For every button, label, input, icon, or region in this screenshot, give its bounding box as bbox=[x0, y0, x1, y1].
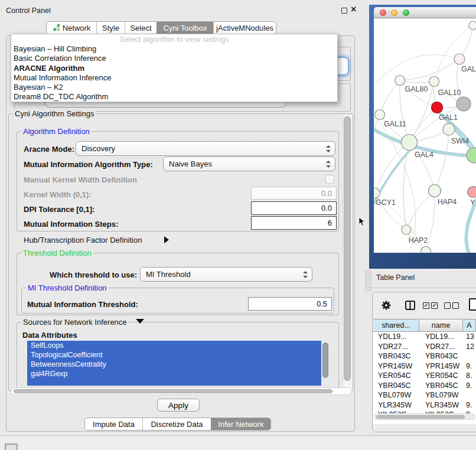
bottom-tab-impute-data[interactable]: Impute Data bbox=[85, 418, 142, 430]
algorithm-option-mutual-information-inference[interactable]: Mutual Information Inference bbox=[11, 73, 337, 83]
tab-cyni-toolbox[interactable]: Cyni Toolbox bbox=[157, 22, 213, 34]
aracne-mode-value: Discovery bbox=[81, 144, 115, 153]
algorithm-option-dream8-dc-tdc-algorithm[interactable]: Dream8 DC_TDC Algorithm bbox=[11, 92, 337, 102]
table-hscrollbar-thumb[interactable] bbox=[376, 415, 465, 419]
network-node[interactable] bbox=[467, 148, 476, 163]
split-columns-icon[interactable] bbox=[405, 301, 415, 310]
dpi-tolerance-field[interactable]: 0.0 bbox=[251, 201, 337, 215]
network-node[interactable] bbox=[421, 247, 431, 253]
table-cell: YBR043C bbox=[419, 351, 463, 361]
tab-network[interactable]: Network bbox=[47, 22, 96, 34]
algorithm-option-bayesian-hill-climbing[interactable]: Bayesian – Hill Climbing bbox=[11, 44, 337, 54]
mi-type-value: Naive Bayes bbox=[169, 159, 212, 168]
network-node-gal4[interactable] bbox=[402, 135, 418, 151]
table-panel-title: Table Panel bbox=[376, 273, 415, 282]
deselect-all-checkbox-icon[interactable] bbox=[452, 302, 459, 309]
algorithm-option-basic-correlation-inference[interactable]: Basic Correlation Inference bbox=[11, 54, 337, 63]
settings-scrollbar-thumb[interactable] bbox=[344, 116, 351, 381]
network-node-y[interactable] bbox=[468, 187, 476, 198]
screen: Control Panel × NetworkStyleSelectCyni T… bbox=[0, 0, 476, 450]
mi-type-combobox[interactable]: Naive Bayes bbox=[163, 156, 335, 171]
algorithm-dropdown-popup: Select algorithm to view settings Bayesi… bbox=[11, 34, 338, 102]
column-header-name[interactable]: name bbox=[419, 319, 463, 331]
network-edge bbox=[406, 191, 435, 230]
minimize-traffic-light[interactable] bbox=[391, 9, 397, 16]
mi-steps-field[interactable]: 6 bbox=[251, 216, 337, 230]
table-row[interactable]: YBR043CYBR043C bbox=[373, 351, 476, 361]
apply-button[interactable]: Apply bbox=[157, 399, 200, 412]
node-label-hap4: HAP4 bbox=[438, 198, 457, 206]
network-node-swi4[interactable] bbox=[443, 123, 455, 135]
column-header-a[interactable]: A bbox=[463, 319, 476, 331]
network-node-hap2[interactable] bbox=[402, 225, 411, 234]
table-row[interactable]: YBL079WYBL079W bbox=[373, 390, 476, 400]
network-edge bbox=[380, 80, 400, 115]
select-all-checkbox-icon[interactable]: ✓ bbox=[423, 302, 429, 309]
tab-select[interactable]: Select bbox=[125, 22, 157, 34]
bottom-tab-discretize-data[interactable]: Discretize Data bbox=[142, 418, 211, 430]
network-edge bbox=[374, 115, 380, 193]
tab-jactivemnodules[interactable]: jActiveMNodules bbox=[213, 22, 276, 34]
kernel-width-label: Kernel Width (0,1): bbox=[24, 190, 92, 199]
close-window-icon[interactable]: × bbox=[351, 4, 356, 15]
aracne-mode-combobox[interactable]: Discovery bbox=[76, 141, 335, 156]
network-node-gcy1[interactable] bbox=[374, 188, 380, 198]
algorithm-option-bayesian-k2[interactable]: Bayesian – K2 bbox=[11, 83, 337, 92]
tab-label: Cyni Toolbox bbox=[163, 24, 207, 32]
attribute-item-selfloops[interactable]: SelfLoops bbox=[27, 341, 321, 350]
network-node-gal1[interactable] bbox=[432, 102, 443, 113]
table-cell: YLR345W bbox=[419, 400, 463, 410]
table-row[interactable]: YER054CYER054C8. bbox=[373, 371, 476, 381]
close-traffic-light[interactable] bbox=[380, 9, 386, 16]
table-cell: 9. bbox=[463, 381, 476, 391]
settings-hscrollbar-track[interactable] bbox=[11, 387, 352, 395]
which-threshold-combobox[interactable]: MI Threshold bbox=[140, 267, 312, 282]
which-threshold-label: Which threshold to use: bbox=[50, 270, 137, 279]
manual-kernel-checkbox[interactable] bbox=[325, 175, 334, 184]
algorithm-option-aracne-algorithm[interactable]: ARACNE Algorithm bbox=[11, 64, 337, 73]
attribute-item-gal4rgexp[interactable]: gal4RGexp bbox=[27, 369, 321, 379]
network-node[interactable] bbox=[457, 97, 471, 111]
table-row[interactable]: YDL19...YDL19...13 bbox=[373, 332, 476, 342]
kernel-width-field[interactable]: 0.0 bbox=[251, 187, 337, 200]
algorithm-placeholder: Select algorithm to view settings bbox=[11, 34, 337, 44]
select-all-checkbox-icon[interactable]: ✓ bbox=[431, 302, 438, 309]
node-label-gal: GAL bbox=[461, 65, 476, 73]
collapsed-panel-button[interactable] bbox=[5, 444, 18, 450]
tab-style[interactable]: Style bbox=[96, 22, 125, 34]
table-cell: YDR27... bbox=[419, 342, 463, 352]
network-node-gal10[interactable] bbox=[429, 77, 439, 87]
table-row[interactable]: YLR345WYLR345W9. bbox=[373, 400, 476, 410]
table-hscrollbar-track[interactable] bbox=[374, 413, 475, 420]
network-edge bbox=[435, 129, 449, 191]
zoom-traffic-light[interactable] bbox=[403, 9, 409, 16]
file-icon[interactable] bbox=[469, 298, 476, 311]
table-row[interactable]: YBR045CYBR045C9. bbox=[373, 381, 476, 391]
attribute-item-betweennesscentrality[interactable]: BetweennessCentrality bbox=[27, 360, 321, 369]
algorithm-definition-title: Algorithm Definition bbox=[21, 127, 92, 136]
table-cell: 9. bbox=[463, 361, 476, 371]
deselect-all-checkbox-icon[interactable] bbox=[444, 302, 451, 309]
expand-right-icon[interactable] bbox=[164, 236, 169, 243]
manual-kernel-label: Manual Kernel Width Definition bbox=[24, 175, 137, 184]
table-row[interactable]: YDR27...YDR27...12 bbox=[373, 342, 476, 352]
network-window-titlebar[interactable] bbox=[374, 7, 476, 18]
bottom-tab-infer-network[interactable]: Infer Network bbox=[211, 418, 270, 430]
network-node-gal80[interactable] bbox=[395, 76, 405, 86]
table-cell: YBR045C bbox=[419, 381, 463, 391]
attribute-item-topologicalcoefficient[interactable]: TopologicalCoefficient bbox=[27, 350, 321, 360]
settings-hscrollbar-thumb[interactable] bbox=[14, 389, 332, 393]
gear-icon[interactable] bbox=[381, 300, 392, 311]
column-header-shared-[interactable]: shared... bbox=[373, 319, 419, 331]
table-row[interactable]: YPR145WYPR145W9. bbox=[373, 361, 476, 371]
float-window-icon[interactable] bbox=[341, 8, 347, 14]
hub-definition-label[interactable]: Hub/Transcription Factor Definition bbox=[24, 236, 142, 244]
network-node-gal11[interactable] bbox=[375, 110, 385, 120]
mi-threshold-field[interactable]: 0.5 bbox=[248, 297, 332, 311]
network-node[interactable] bbox=[469, 21, 476, 30]
collapse-down-icon[interactable] bbox=[136, 319, 144, 324]
network-view-canvas[interactable]: GALGAL80GAL10GAL1GAL11GAL4SWI4GCY1HAP4YH… bbox=[374, 18, 476, 253]
network-node-hap4[interactable] bbox=[429, 185, 441, 197]
attributes-scrollbar-thumb[interactable] bbox=[322, 343, 328, 378]
network-node-gal[interactable] bbox=[454, 54, 465, 64]
